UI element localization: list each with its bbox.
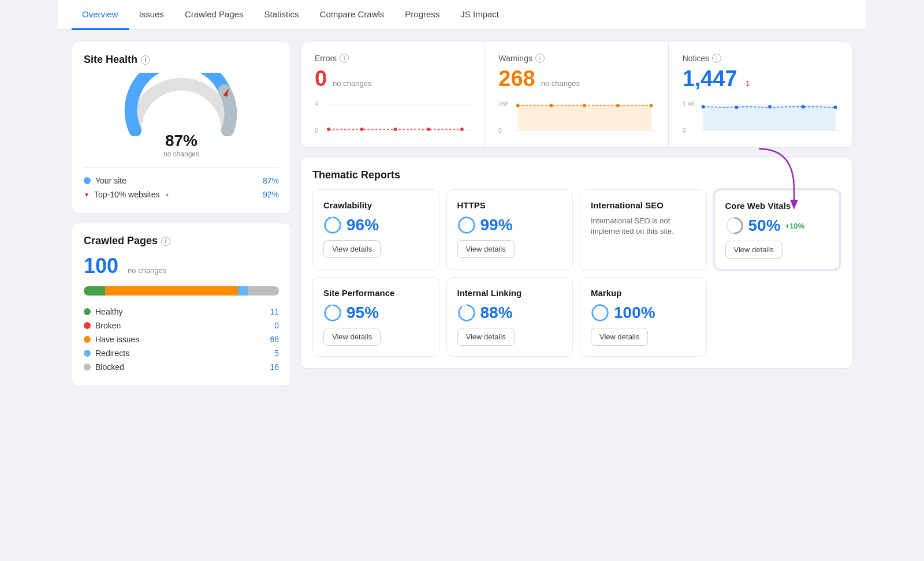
crawled-pages-title: Crawled Pages	[84, 235, 158, 247]
crawlability-score: 96%	[346, 216, 379, 234]
notices-info-icon[interactable]: i	[712, 54, 721, 63]
gauge-chart	[124, 73, 239, 136]
reports-grid: Crawlability 96% View details	[312, 189, 840, 357]
int-link-chart	[457, 304, 476, 322]
site-perf-view-details[interactable]: View details	[323, 328, 381, 346]
nav-overview[interactable]: Overview	[72, 0, 129, 30]
redirects-value: 5	[274, 349, 279, 358]
notices-value: 1,447	[683, 66, 737, 91]
markup-chart	[591, 304, 609, 322]
notices-chart: 1.4K 0	[683, 99, 838, 134]
bar-issues	[105, 286, 238, 296]
report-core-web-vitals: Core Web Vitals 50% +10% View details	[714, 189, 841, 270]
warnings-info-icon[interactable]: i	[535, 54, 545, 63]
svg-text:4: 4	[315, 100, 318, 107]
errors-label: Errors	[315, 54, 337, 63]
svg-point-7	[394, 128, 397, 131]
svg-rect-14	[518, 105, 651, 130]
issues-label: Have issues	[95, 335, 139, 344]
https-name: HTTPS	[457, 200, 562, 210]
notices-label: Notices	[683, 54, 710, 63]
site-perf-name: Site Performance	[323, 288, 429, 298]
cwv-score: 50%	[748, 216, 781, 235]
warnings-chart: 268 0	[498, 99, 654, 134]
blocked-dot	[84, 364, 91, 371]
bar-blocked	[248, 286, 279, 296]
gauge-label: no changes	[163, 150, 199, 158]
top10-triangle-icon: ▼	[84, 192, 90, 198]
report-crawlability: Crawlability 96% View details	[312, 189, 439, 270]
blocked-value: 16	[270, 362, 279, 372]
legend-your-site: Your site 87%	[84, 174, 279, 188]
svg-point-15	[516, 104, 520, 107]
markup-view-details[interactable]: View details	[591, 328, 648, 346]
top10-chevron-icon[interactable]: ▾	[166, 192, 169, 198]
cwv-view-details[interactable]: View details	[725, 241, 783, 259]
int-link-view-details[interactable]: View details	[457, 328, 515, 346]
warnings-label: Warnings	[498, 54, 532, 63]
svg-point-27	[768, 105, 772, 109]
your-site-label: Your site	[95, 176, 126, 185]
warnings-value: 268	[498, 66, 535, 91]
nav-js-impact[interactable]: JS Impact	[450, 0, 509, 30]
navigation: Overview Issues Crawled Pages Statistics…	[58, 0, 866, 30]
svg-point-16	[550, 104, 553, 107]
report-https: HTTPS 99% View details	[446, 189, 573, 270]
issues-value: 68	[270, 335, 279, 344]
gauge-percent: 87%	[163, 132, 199, 150]
site-perf-score: 95%	[346, 304, 379, 322]
cwv-chart	[725, 216, 744, 235]
int-link-name: Internal Linking	[457, 288, 562, 298]
healthy-value: 11	[270, 307, 279, 316]
nav-issues[interactable]: Issues	[129, 0, 174, 30]
https-view-details[interactable]: View details	[457, 240, 515, 258]
legend-redirects: Redirects 5	[84, 346, 279, 360]
top10-label: Top-10% websites	[94, 190, 160, 199]
report-internal-linking: Internal Linking 88% View details	[446, 277, 573, 357]
legend-broken: Broken 0	[84, 319, 279, 332]
errors-info-icon[interactable]: i	[340, 54, 349, 63]
errors-value: 0	[315, 66, 327, 91]
blocked-label: Blocked	[95, 362, 124, 372]
nav-crawled-pages[interactable]: Crawled Pages	[174, 0, 254, 30]
legend-have-issues: Have issues 68	[84, 332, 279, 346]
markup-name: Markup	[591, 288, 696, 298]
svg-text:1.4K: 1.4K	[683, 100, 696, 107]
svg-text:0: 0	[315, 127, 318, 134]
broken-dot	[84, 322, 91, 329]
report-intl-seo: International SEO International SEO is n…	[580, 189, 707, 270]
thematic-reports-title: Thematic Reports	[312, 169, 840, 181]
svg-text:268: 268	[498, 100, 509, 107]
your-site-dot	[84, 177, 91, 184]
healthy-label: Healthy	[95, 307, 122, 316]
healthy-dot	[84, 308, 91, 315]
crawlability-chart	[323, 216, 342, 234]
nav-statistics[interactable]: Statistics	[254, 0, 310, 30]
svg-point-25	[701, 105, 705, 109]
broken-value: 0	[274, 321, 279, 330]
crawlability-view-details[interactable]: View details	[323, 240, 381, 258]
svg-rect-24	[703, 106, 835, 130]
bar-redirects	[238, 286, 248, 296]
https-chart	[457, 216, 476, 234]
svg-point-17	[583, 104, 587, 107]
redirects-label: Redirects	[95, 349, 129, 358]
cwv-change: +10%	[785, 222, 805, 230]
report-site-performance: Site Performance 95% View details	[312, 277, 439, 357]
gauge-center: 87% no changes	[163, 132, 199, 158]
svg-point-28	[802, 105, 805, 109]
errors-chart: 4 0	[315, 99, 470, 134]
stats-row: Errors i 0 no changes 4 0	[300, 42, 852, 148]
svg-point-32	[325, 218, 341, 233]
nav-progress[interactable]: Progress	[394, 0, 450, 30]
svg-text:0: 0	[683, 127, 686, 134]
crawled-pages-info-icon[interactable]: i	[161, 237, 170, 246]
https-score: 99%	[480, 216, 513, 234]
nav-compare-crawls[interactable]: Compare Crawls	[310, 0, 395, 30]
int-link-score: 88%	[480, 304, 513, 322]
crawled-pages-change: no changes	[128, 266, 166, 275]
svg-point-40	[459, 305, 474, 321]
reports-grid-wrapper: Crawlability 96% View details	[312, 189, 840, 357]
site-health-info-icon[interactable]: i	[141, 55, 150, 65]
redirects-dot	[84, 350, 91, 357]
